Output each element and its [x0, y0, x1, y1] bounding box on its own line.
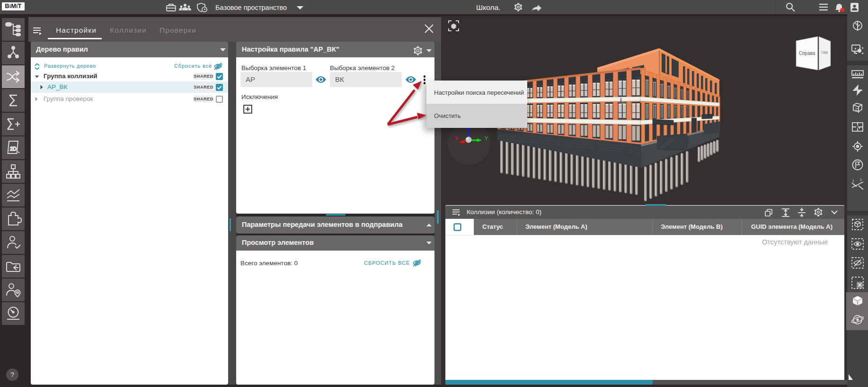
svg-text:Сзади: Сзади	[821, 49, 828, 54]
svg-text:1: 1	[852, 179, 854, 182]
svg-text:2D: 2D	[10, 146, 17, 152]
svg-text:2: 2	[860, 178, 862, 181]
svg-text:Справа: Справа	[799, 51, 815, 56]
